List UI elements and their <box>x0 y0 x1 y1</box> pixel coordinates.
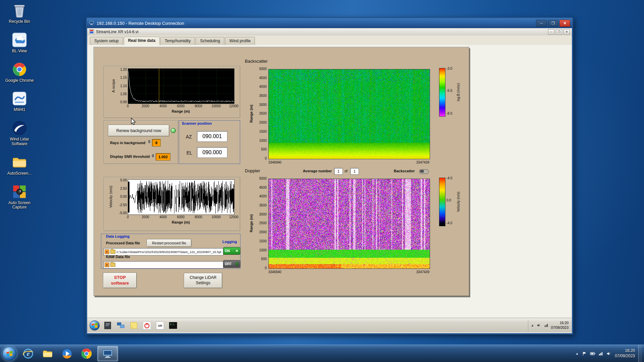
backscatter-colorbar-label: log B (/m/sr) <box>457 69 460 116</box>
desktop-icon-mw41[interactable]: MW41 <box>2 91 37 112</box>
tray-volume-icon[interactable] <box>606 351 611 356</box>
az-value-field[interactable]: 090.001 <box>197 131 227 142</box>
remote-taskbar-screens-icon[interactable] <box>115 320 126 331</box>
average-number-field[interactable]: 1 <box>334 168 343 175</box>
remote-tray-expand-icon[interactable]: ▲ <box>531 323 534 327</box>
labview-titlebar[interactable]: StreamLine XR v14-6.vi ─ ❐ ✕ <box>87 28 572 36</box>
desktop-icon-auto-screen-capture[interactable]: Auto Screen Capture <box>2 184 37 210</box>
rdp-minimize-button[interactable]: ─ <box>536 20 547 27</box>
raw-path-field[interactable]: C <box>103 261 223 268</box>
tray-expand-icon[interactable]: ▲ <box>576 352 579 355</box>
desktop-icon-label: Wind Lidar Software <box>3 137 36 146</box>
axis-tick: 3000 <box>259 103 267 107</box>
backscatter-toggle[interactable] <box>419 169 429 174</box>
tab-temp-humidity[interactable]: Temp/humidity <box>160 37 195 45</box>
of-label: of <box>344 169 347 173</box>
remote-volume-icon[interactable] <box>536 323 541 328</box>
desktop-icon-bl-view[interactable]: BL-View <box>2 32 37 54</box>
axis-tick: 5.00 <box>120 179 127 182</box>
axis-tick: 0 <box>265 266 267 270</box>
taskbar-rdp-active-button[interactable] <box>97 346 118 361</box>
rdp-client-area: StreamLine XR v14-6.vi ─ ❐ ✕ System setu… <box>87 28 572 333</box>
backscatter-plot[interactable] <box>268 69 430 159</box>
el-value-field[interactable]: 090.000 <box>197 147 227 158</box>
remote-taskbar-notes-icon[interactable] <box>128 320 139 331</box>
labview-close-button[interactable]: ✕ <box>564 29 570 35</box>
change-lidar-settings-button[interactable]: Change LiDARSettings <box>184 273 222 288</box>
average-count-field[interactable]: 1 <box>350 168 359 175</box>
stop-software-button[interactable]: STOPsoftware <box>103 273 137 288</box>
host-clock[interactable]: 16:2007/09/2023 <box>615 348 635 359</box>
background-controls-group: Renew background now Rays in background … <box>104 120 178 164</box>
snr-threshold-field[interactable]: 1.002 <box>156 153 170 161</box>
desktop-icon-recycle-bin[interactable]: Recycle Bin <box>2 3 37 24</box>
tray-network-icon[interactable] <box>598 351 603 356</box>
tray-action-center-icon[interactable] <box>582 351 587 356</box>
desktop-icon-chrome[interactable]: Google Chrome <box>2 62 37 83</box>
start-button[interactable] <box>1 346 17 362</box>
doppler-colorbar-label: Velocity (m/s) <box>457 178 460 225</box>
renew-background-button[interactable]: Renew background now <box>108 125 169 136</box>
velocity-xlabel: Range (m) <box>128 220 234 224</box>
tab-real-time-data[interactable]: Real time data <box>124 37 160 45</box>
remote-taskbar-console-icon[interactable]: C:\ <box>168 320 178 331</box>
folder-browse-icon[interactable] <box>110 250 115 254</box>
tab-wind-profile[interactable]: Wind profile <box>225 37 255 45</box>
doppler-x-end: 3347439 <box>402 270 429 274</box>
a-scope-plot[interactable] <box>128 68 234 104</box>
svg-text:C:\: C:\ <box>170 323 174 326</box>
remote-clock[interactable]: 16:2007/09/2023 <box>551 321 570 329</box>
raw-logging-toggle[interactable]: OFF <box>223 260 240 268</box>
rdp-app-icon <box>89 20 94 26</box>
processed-logging-toggle[interactable]: ON <box>223 247 240 255</box>
doppler-plot[interactable] <box>268 179 430 269</box>
scanner-position-group: Scanner position AZ 090.001 EL 090.000 <box>179 120 240 164</box>
tab-scheduling[interactable]: Scheduling <box>196 37 224 45</box>
bl-view-icon <box>12 32 27 48</box>
backscatter-x-end: 3347439 <box>402 161 429 164</box>
desktop-icon-autoscreen-folder[interactable]: AutoScreen... <box>2 155 37 176</box>
processed-path-text: C:\LidarA\Data\Proc\2023\202309\20230907… <box>116 250 221 254</box>
tray-battery-icon[interactable] <box>590 351 595 356</box>
velocity-plot[interactable] <box>128 179 234 215</box>
snr-spinner[interactable] <box>151 154 155 158</box>
doppler-colorbar-tick-bottom: -4.0 <box>446 221 452 225</box>
svg-text:XR: XR <box>158 324 162 327</box>
backscatter-colorbar <box>439 68 445 117</box>
host-taskbar: e ▲ 16:2007/09/2023 <box>0 345 644 362</box>
labview-vi-icon <box>89 29 94 35</box>
velocity-yticks: 5.002.500.00-2.50-5.00 <box>115 179 127 215</box>
labview-maximize-button[interactable]: ❐ <box>556 29 562 35</box>
axis-tick: 1000 <box>259 139 267 142</box>
renew-background-led <box>171 128 176 133</box>
labview-minimize-button[interactable]: ─ <box>548 29 554 35</box>
rays-spinner[interactable] <box>147 140 151 143</box>
remote-taskbar-remote-start-icon[interactable] <box>89 320 100 331</box>
remote-network-icon[interactable] <box>543 323 549 328</box>
remote-taskbar-xr-app-icon[interactable]: XR <box>155 320 165 331</box>
rdp-titlebar[interactable]: 192.168.0.150 - Remote Desktop Connectio… <box>87 18 572 28</box>
processed-path-field[interactable]: C C:\LidarA\Data\Proc\2023\202309\202309… <box>103 248 223 255</box>
desktop-icon-label: Google Chrome <box>5 78 34 83</box>
restart-processed-file-button[interactable]: Restart processed file <box>147 239 192 247</box>
rays-in-background-field[interactable]: 8 <box>152 139 161 146</box>
desktop-icon-wind-lidar[interactable]: Wind Lidar Software <box>2 120 37 146</box>
folder-browse-icon[interactable] <box>110 263 115 267</box>
snr-threshold-label: Display SNR threshold <box>110 155 150 159</box>
remote-taskbar-power-icon[interactable] <box>142 320 152 331</box>
axis-tick: 4000 <box>259 85 267 88</box>
a-scope-xticks: 020004000600080001000012000 <box>128 104 234 108</box>
a-scope-yticks: 1.201.151.101.050.99 <box>116 68 127 104</box>
axis-tick: 4000 <box>259 195 267 198</box>
rdp-close-button[interactable]: ✕ <box>559 20 570 27</box>
taskbar-explorer-button[interactable] <box>39 346 56 361</box>
taskbar-media-player-button[interactable] <box>58 346 76 361</box>
taskbar-chrome-button[interactable] <box>78 346 95 361</box>
tab-system-setup[interactable]: System setup <box>90 37 123 45</box>
desktop-icon-label: MW41 <box>14 108 25 112</box>
show-desktop-button[interactable] <box>638 345 642 362</box>
remote-taskbar-notepad-icon[interactable] <box>102 320 113 331</box>
axis-tick: 1500 <box>259 240 267 243</box>
taskbar-ie-button[interactable]: e <box>19 346 37 361</box>
rdp-maximize-button[interactable]: ❐ <box>548 20 558 27</box>
